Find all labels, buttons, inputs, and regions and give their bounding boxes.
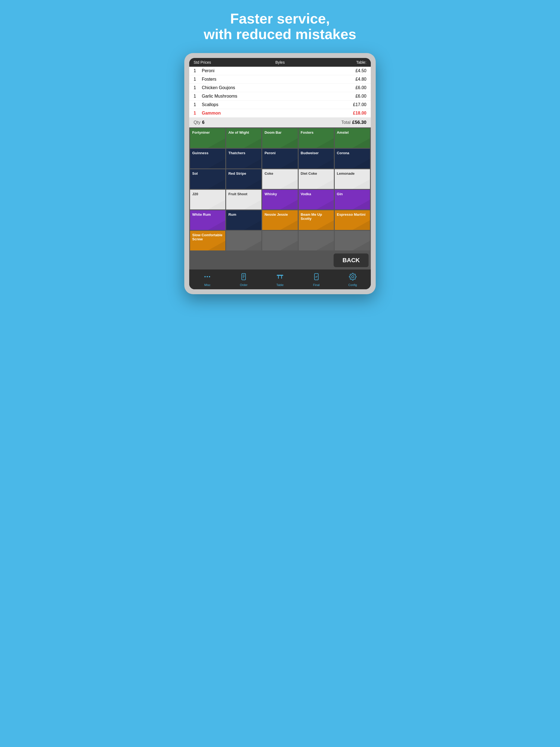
- header-venue: Byles: [251, 60, 309, 65]
- order-row[interactable]: 1 Gammon £18.00: [189, 109, 371, 118]
- drink-button[interactable]: Diet Coke: [299, 169, 334, 189]
- drink-button: [299, 231, 334, 251]
- drink-button[interactable]: Gin: [335, 190, 370, 209]
- drink-button[interactable]: Budweiser: [299, 149, 334, 169]
- header-bar: Std Prices Byles Table:: [189, 58, 371, 67]
- order-name: Garlic Mushrooms: [202, 94, 347, 99]
- tab-final[interactable]: Final: [298, 269, 334, 289]
- order-name: Scallops: [202, 102, 347, 107]
- config-icon: [349, 273, 357, 282]
- qty-value: 6: [202, 120, 205, 125]
- order-qty: 1: [194, 68, 202, 73]
- hero-title: Faster service, with reduced mistakes: [204, 11, 356, 42]
- drink-button[interactable]: Doom Bar: [262, 128, 298, 148]
- order-qty: 1: [194, 77, 202, 82]
- order-name: Chicken Goujons: [202, 85, 347, 90]
- totals-bar: Qty 6 Total £56.30: [189, 118, 371, 127]
- drink-button[interactable]: Amstel: [335, 128, 370, 148]
- drink-button[interactable]: Espresso Martini: [335, 210, 370, 230]
- drink-grid: FortyninerAle of WightDoom BarFostersAms…: [189, 127, 371, 251]
- tab-label: Config: [348, 283, 357, 287]
- order-price: £4.80: [347, 77, 366, 82]
- tab-label: Misc: [204, 283, 210, 287]
- order-qty: 1: [194, 94, 202, 99]
- total-value: £56.30: [352, 120, 366, 125]
- order-row[interactable]: 1 Garlic Mushrooms £6.00: [189, 92, 371, 101]
- order-qty: 1: [194, 85, 202, 90]
- tab-label: Final: [313, 283, 320, 287]
- drink-button[interactable]: Ale of Wight: [226, 128, 261, 148]
- drink-button[interactable]: Beam Me Up Scotty: [299, 210, 334, 230]
- final-icon: [312, 273, 320, 282]
- order-price: £6.00: [347, 85, 366, 90]
- order-name: Gammon: [202, 111, 347, 115]
- drink-button[interactable]: Slow Comfortable Screw: [190, 231, 225, 251]
- order-price: £17.00: [347, 102, 366, 107]
- svg-point-0: [205, 276, 206, 278]
- header-std-prices: Std Prices: [194, 60, 251, 65]
- qty-label: Qty: [194, 120, 200, 125]
- tab-bar: Misc Order Table Final Config: [189, 269, 371, 289]
- drink-button: [262, 231, 298, 251]
- table-icon: [276, 273, 284, 282]
- drink-button[interactable]: Whisky: [262, 190, 298, 209]
- drink-button[interactable]: Coke: [262, 169, 298, 189]
- order-row[interactable]: 1 Chicken Goujons £6.00: [189, 84, 371, 92]
- order-icon: [240, 273, 248, 282]
- drink-button[interactable]: Fosters: [299, 128, 334, 148]
- drink-button[interactable]: Vodka: [299, 190, 334, 209]
- tab-table[interactable]: Table: [262, 269, 298, 289]
- tablet-frame: Std Prices Byles Table: 1 Peroni £4.50 1…: [184, 53, 376, 294]
- drink-button[interactable]: Lemonade: [335, 169, 370, 189]
- header-table: Table:: [309, 60, 366, 65]
- order-price: £4.50: [347, 68, 366, 73]
- svg-rect-7: [277, 275, 283, 276]
- drink-button[interactable]: Sol: [190, 169, 225, 189]
- order-row[interactable]: 1 Fosters £4.80: [189, 75, 371, 84]
- tab-label: Table: [276, 283, 284, 287]
- tab-config[interactable]: Config: [334, 269, 371, 289]
- back-button[interactable]: BACK: [334, 254, 368, 267]
- order-qty: 1: [194, 111, 202, 115]
- tab-label: Order: [240, 283, 248, 287]
- order-row[interactable]: 1 Peroni £4.50: [189, 67, 371, 75]
- total-label: Total: [341, 120, 351, 125]
- drink-button[interactable]: Thatchers: [226, 149, 261, 169]
- drink-button: [226, 231, 261, 251]
- drink-button[interactable]: Rum: [226, 210, 261, 230]
- order-price: £6.00: [347, 94, 366, 99]
- drink-button[interactable]: J20: [190, 190, 225, 209]
- drink-button[interactable]: Fruit Shoot: [226, 190, 261, 209]
- back-row: BACK: [189, 251, 371, 269]
- svg-point-1: [207, 276, 208, 278]
- order-name: Peroni: [202, 68, 347, 73]
- drink-button[interactable]: White Rum: [190, 210, 225, 230]
- tablet-inner: Std Prices Byles Table: 1 Peroni £4.50 1…: [189, 58, 371, 289]
- svg-rect-3: [242, 274, 246, 280]
- tab-misc[interactable]: Misc: [189, 269, 226, 289]
- misc-icon: [203, 273, 211, 282]
- drink-button[interactable]: Guinness: [190, 149, 225, 169]
- order-price: £18.00: [347, 111, 366, 115]
- drink-button[interactable]: Red Stripe: [226, 169, 261, 189]
- order-row[interactable]: 1 Scallops £17.00: [189, 101, 371, 109]
- drink-button[interactable]: Nessie Jessie: [262, 210, 298, 230]
- order-qty: 1: [194, 102, 202, 107]
- drink-button[interactable]: Peroni: [262, 149, 298, 169]
- drink-button: [335, 231, 370, 251]
- svg-point-2: [209, 276, 210, 278]
- order-name: Fosters: [202, 77, 347, 82]
- order-list: 1 Peroni £4.50 1 Fosters £4.80 1 Chicken…: [189, 67, 371, 118]
- drink-button[interactable]: Fortyniner: [190, 128, 225, 148]
- tab-order[interactable]: Order: [226, 269, 262, 289]
- drink-button[interactable]: Corona: [335, 149, 370, 169]
